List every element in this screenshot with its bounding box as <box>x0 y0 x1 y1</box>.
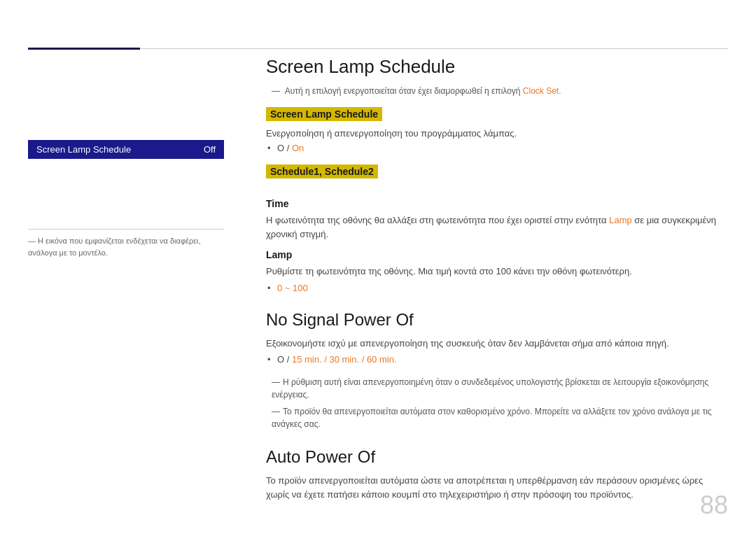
auto-power-section: Auto Power Of Το προϊόν απενεργοποιείται… <box>266 447 728 506</box>
auto-power-desc: Το προϊόν απενεργοποιείται αυτόματα ώστε… <box>266 474 728 501</box>
main-content: Screen Lamp Schedule Αυτή η επιλογή ενερ… <box>266 56 728 506</box>
screen-lamp-bullets: Ο / On <box>266 143 728 153</box>
lamp-range-text: 0 ~ 100 <box>277 283 308 293</box>
bullet-on-off-text: Ο / On <box>277 143 304 153</box>
sidebar-item-value: Off <box>204 144 216 155</box>
auto-power-hours: 4 hours / 6 hours / 8 hours <box>292 505 398 506</box>
lamp-desc: Ρυθμίστε τη φωτεινότητα της οθόνης. Μια … <box>266 265 728 279</box>
top-divider <box>28 48 728 50</box>
screen-lamp-title: Screen Lamp Schedule <box>266 56 728 78</box>
no-signal-bullets: Ο / 15 min. / 30 min. / 60 min. <box>266 354 728 365</box>
time-heading: Time <box>266 198 728 209</box>
note-link: Clock Set. <box>523 86 561 96</box>
no-signal-note1: Η ρύθμιση αυτή είναι απενεργοποιημένη ότ… <box>266 376 728 401</box>
bullet-on-off: Ο / On <box>277 143 728 153</box>
lamp-heading: Lamp <box>266 249 728 260</box>
highlight-screen-lamp: Screen Lamp Schedule <box>266 107 382 121</box>
lamp-bullets: 0 ~ 100 <box>266 283 728 293</box>
sidebar: Screen Lamp Schedule Off ― Η εικόνα που … <box>28 56 238 258</box>
screen-lamp-desc: Ενεργοποίηση ή απενεργοποίηση του προγρά… <box>266 128 728 139</box>
page-number: 88 <box>700 491 728 520</box>
auto-power-bullets: Ο / 4 hours / 6 hours / 8 hours <box>266 505 728 506</box>
no-signal-note2: Το προϊόν θα απενεργοποιείται αυτόματα σ… <box>266 405 728 430</box>
lamp-ref: Lamp <box>609 215 632 225</box>
no-signal-options-text: Ο / 15 min. / 30 min. / 60 min. <box>277 354 397 365</box>
lamp-range: 0 ~ 100 <box>277 283 728 293</box>
sidebar-item-label: Screen Lamp Schedule <box>36 144 131 155</box>
top-line-accent <box>28 48 140 50</box>
note-text: Αυτή η επιλογή ενεργοποιείται όταν έχει … <box>285 86 521 96</box>
auto-power-title: Auto Power Of <box>266 447 728 467</box>
auto-power-options-text: Ο / 4 hours / 6 hours / 8 hours <box>277 505 398 506</box>
top-line-main <box>140 48 728 49</box>
no-signal-times: 15 min. / 30 min. / 60 min. <box>292 354 397 365</box>
sidebar-item-screen-lamp[interactable]: Screen Lamp Schedule Off <box>28 140 224 159</box>
time-desc: Η φωτεινότητα της οθόνης θα αλλάξει στη … <box>266 213 728 241</box>
auto-power-options: Ο / 4 hours / 6 hours / 8 hours <box>277 505 728 506</box>
no-signal-desc: Εξοικονομήστε ισχύ με απενεργοποίηση της… <box>266 337 728 351</box>
no-signal-section: No Signal Power Of Εξοικονομήστε ισχύ με… <box>266 310 728 431</box>
highlight-schedule: Schedule1, Schedule2 <box>266 164 378 178</box>
screen-lamp-note: Αυτή η επιλογή ενεργοποιείται όταν έχει … <box>266 86 728 96</box>
no-signal-options: Ο / 15 min. / 30 min. / 60 min. <box>277 354 728 365</box>
on-label: On <box>292 143 304 153</box>
sidebar-footnote: ― Η εικόνα που εμφανίζεται ενδέχεται να … <box>28 229 224 258</box>
no-signal-title: No Signal Power Of <box>266 310 728 330</box>
